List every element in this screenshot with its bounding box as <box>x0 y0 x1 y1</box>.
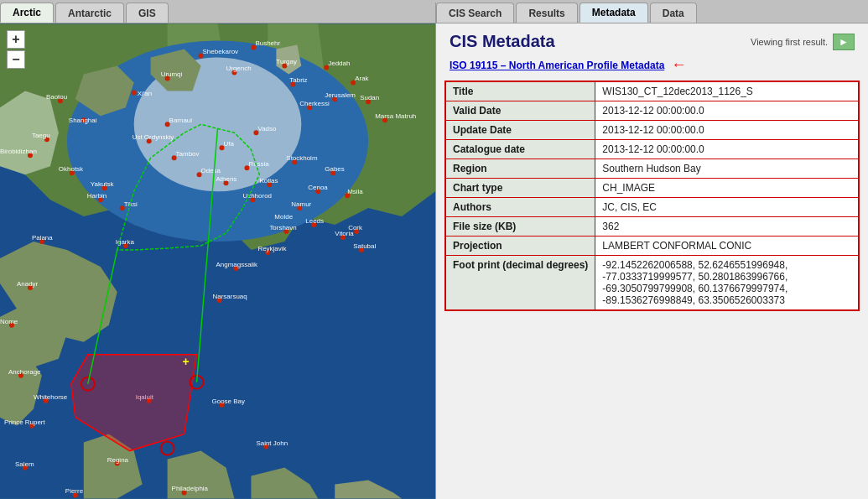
iso-link[interactable]: ISO 19115 – North American Profile Metad… <box>450 60 664 71</box>
table-field-value: LAMBERT CONFORMAL CONIC <box>595 237 859 256</box>
metadata-header: CIS Metadata Viewing first result. ► <box>436 23 868 56</box>
svg-text:Urgench: Urgench <box>226 65 251 72</box>
map-panel: Xi'an Shanghai Baotou Taegu Birobidizhan… <box>0 23 436 499</box>
svg-text:Harbin: Harbin <box>87 192 107 200</box>
table-field-value: 2013-12-12 00:00:00.0 <box>595 140 859 159</box>
table-field-label: Title <box>445 81 595 101</box>
metadata-table: TitleWIS130_CT_12dec2013_1126_SValid Dat… <box>444 81 860 311</box>
table-field-label: Foot print (decimal degrees) <box>445 256 595 311</box>
table-field-value: WIS130_CT_12dec2013_1126_S <box>595 81 859 101</box>
table-row: Foot print (decimal degrees)-92.14522620… <box>445 256 859 311</box>
right-panel: CIS Metadata Viewing first result. ► ISO… <box>436 23 868 499</box>
svg-text:Regina: Regina <box>107 456 129 464</box>
svg-text:Athens: Athens <box>216 175 237 183</box>
svg-text:+: + <box>183 355 190 368</box>
svg-text:Cork: Cork <box>348 224 362 231</box>
svg-text:Goose Bay: Goose Bay <box>212 398 245 405</box>
svg-text:Tambov: Tambov <box>176 150 200 158</box>
table-row: Update Date2013-12-12 00:00:00.0 <box>445 121 859 140</box>
main-content: Xi'an Shanghai Baotou Taegu Birobidizhan… <box>0 23 868 499</box>
metadata-title: CIS Metadata <box>450 32 555 51</box>
svg-text:Russia: Russia <box>248 160 269 168</box>
svg-text:Uzhhorod: Uzhhorod <box>242 192 272 200</box>
svg-text:Angmagssalik: Angmagssalik <box>216 261 258 268</box>
table-field-label: Catalogue date <box>445 140 595 159</box>
table-field-value: -92.1452262006588, 52.6246551996948, -77… <box>595 256 859 311</box>
table-field-label: Projection <box>445 237 595 256</box>
svg-text:Namur: Namur <box>291 200 311 208</box>
svg-text:Molde: Molde <box>274 213 293 221</box>
svg-text:Cherkessi: Cherkessi <box>299 100 330 107</box>
table-row: AuthorsJC, CIS, EC <box>445 198 859 217</box>
table-row: Chart typeCH_IMAGE <box>445 179 859 198</box>
svg-text:Xi'an: Xi'an <box>138 90 152 97</box>
tab-arctic[interactable]: Arctic <box>0 3 54 23</box>
svg-text:Anadyr: Anadyr <box>17 280 39 288</box>
svg-text:Arak: Arak <box>355 75 368 82</box>
svg-text:Taegu: Taegu <box>32 132 50 139</box>
svg-text:Leeds: Leeds <box>305 217 324 225</box>
svg-text:Shanghai: Shanghai <box>69 117 97 124</box>
svg-text:Birobidizhan: Birobidizhan <box>0 148 37 155</box>
svg-text:Kotlas: Kotlas <box>259 177 278 185</box>
svg-point-18 <box>132 90 137 95</box>
svg-text:Barnaul: Barnaul <box>169 117 193 124</box>
svg-text:Pierre: Pierre <box>65 487 84 495</box>
table-field-value: Southern Hudson Bay <box>595 159 859 179</box>
svg-text:Marsa Matruh: Marsa Matruh <box>375 112 416 120</box>
svg-text:Urumqi: Urumqi <box>161 70 183 78</box>
table-field-label: Authors <box>445 198 595 217</box>
table-field-value: 2013-12-12 00:00:00.0 <box>595 121 859 140</box>
zoom-in-button[interactable]: + <box>7 30 25 49</box>
svg-text:Yakutsk: Yakutsk <box>91 180 114 188</box>
table-field-label: Valid Date <box>445 101 595 121</box>
svg-text:Baotou: Baotou <box>46 93 67 101</box>
zoom-out-button[interactable]: − <box>7 50 25 69</box>
svg-text:Salem: Salem <box>15 460 34 468</box>
svg-text:Whitehorse: Whitehorse <box>34 393 68 401</box>
table-row: ProjectionLAMBERT CONFORMAL CONIC <box>445 237 859 256</box>
table-field-label: File size (KB) <box>445 217 595 237</box>
svg-text:Vadso: Vadso <box>257 125 277 133</box>
viewing-info: Viewing first result. ► <box>751 34 855 50</box>
next-result-button[interactable]: ► <box>833 34 855 50</box>
svg-text:Msila: Msila <box>347 188 363 195</box>
svg-text:Jerusalem: Jerusalem <box>325 91 356 99</box>
tab-data[interactable]: Data <box>650 3 697 23</box>
viewing-info-text: Viewing first result. <box>751 37 828 47</box>
svg-text:Odesa: Odesa <box>201 167 221 174</box>
table-row: RegionSouthern Hudson Bay <box>445 159 859 179</box>
tab-bar: Arctic Antarctic GIS CIS Search Results … <box>0 0 868 23</box>
table-row: Valid Date2013-12-12 00:00:00.0 <box>445 101 859 121</box>
svg-text:Turgay: Turgay <box>276 58 297 65</box>
map-svg: Xi'an Shanghai Baotou Taegu Birobidizhan… <box>0 23 435 499</box>
table-field-value: JC, CIS, EC <box>595 198 859 217</box>
metadata-table-wrap: TitleWIS130_CT_12dec2013_1126_SValid Dat… <box>436 81 868 499</box>
svg-text:Narsarsuaq: Narsarsuaq <box>213 293 247 300</box>
svg-text:Satubal: Satubal <box>353 242 376 250</box>
svg-text:Palana: Palana <box>32 234 53 242</box>
red-arrow-icon: ← <box>671 56 686 74</box>
svg-text:Sudan: Sudan <box>360 94 379 101</box>
svg-text:Torshavn: Torshavn <box>269 224 296 231</box>
svg-text:Gabes: Gabes <box>325 165 344 173</box>
table-row: TitleWIS130_CT_12dec2013_1126_S <box>445 81 859 101</box>
tab-results[interactable]: Results <box>516 3 577 23</box>
tab-bar-left: Arctic Antarctic GIS <box>0 3 436 23</box>
tab-cis-search[interactable]: CIS Search <box>436 3 514 23</box>
svg-text:Prince Rupert: Prince Rupert <box>4 418 46 426</box>
svg-text:Philadelphia: Philadelphia <box>172 485 209 492</box>
svg-text:Anchorage: Anchorage <box>8 368 41 376</box>
svg-text:Nome: Nome <box>0 318 18 325</box>
zoom-controls: + − <box>7 30 25 70</box>
svg-text:Cenoa: Cenoa <box>308 184 328 191</box>
table-field-value: CH_IMAGE <box>595 179 859 198</box>
svg-text:Reykjavik: Reykjavik <box>257 245 286 252</box>
tab-metadata[interactable]: Metadata <box>580 3 648 23</box>
svg-text:Ust Ordynskiy: Ust Ordynskiy <box>133 133 174 141</box>
table-field-label: Region <box>445 159 595 179</box>
svg-text:Shebekarov: Shebekarov <box>203 48 239 55</box>
table-field-label: Update Date <box>445 121 595 140</box>
tab-gis[interactable]: GIS <box>126 3 169 23</box>
tab-antarctic[interactable]: Antarctic <box>55 3 124 23</box>
